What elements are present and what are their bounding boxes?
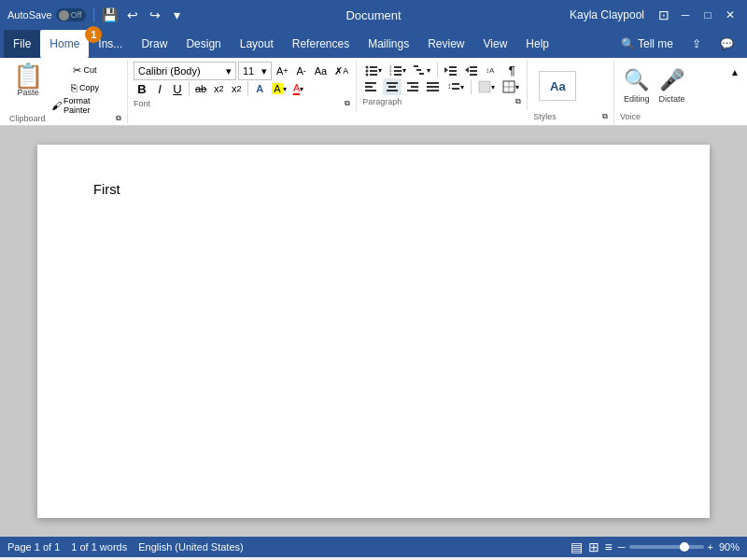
font-name-selector[interactable]: Calibri (Body) ▾ <box>134 62 236 80</box>
clear-formatting-button[interactable]: ✗A <box>331 63 351 79</box>
menu-file[interactable]: File <box>4 30 40 58</box>
zoom-thumb[interactable] <box>680 542 689 552</box>
comment-button[interactable]: 💬 <box>711 30 743 58</box>
align-center-button[interactable] <box>383 78 402 95</box>
menu-help[interactable]: Help <box>516 30 558 58</box>
menu-mailings[interactable]: Mailings <box>359 30 418 58</box>
undo-icon[interactable]: ↩ <box>124 7 141 23</box>
svg-rect-37 <box>452 83 459 85</box>
ribbon-display-icon[interactable]: ⊡ <box>655 7 672 23</box>
increase-indent-button[interactable] <box>462 62 481 78</box>
paste-icon: 📋 <box>13 63 43 88</box>
subscript-button[interactable]: x2 <box>210 80 227 97</box>
paragraph-group-label: Paragraph <box>362 97 402 106</box>
zoom-bar[interactable] <box>629 545 704 549</box>
copy-button[interactable]: ⎘ Copy <box>49 79 121 96</box>
highlight-chevron: ▾ <box>283 85 287 93</box>
decrease-indent-button[interactable] <box>442 62 460 78</box>
paragraph-expand-icon[interactable]: ⧉ <box>515 97 521 106</box>
collapse-ribbon-button[interactable]: ▲ <box>726 63 743 80</box>
menu-draw[interactable]: Draw <box>132 30 176 58</box>
align-right-button[interactable] <box>403 78 422 95</box>
format-painter-button[interactable]: 🖌 Format Painter <box>49 97 121 114</box>
font-color-button[interactable]: A ▾ <box>290 80 307 97</box>
minimize-button[interactable]: ─ <box>676 6 695 24</box>
menu-insert[interactable]: 1 Ins... <box>89 30 132 58</box>
print-layout-icon[interactable]: ▤ <box>571 539 583 554</box>
svg-rect-14 <box>419 73 424 75</box>
redo-icon[interactable]: ↪ <box>147 7 163 23</box>
svg-rect-5 <box>370 74 377 76</box>
text-effects-button[interactable]: A <box>251 80 268 97</box>
menu-references[interactable]: References <box>283 30 359 58</box>
menu-layout[interactable]: Layout <box>231 30 283 58</box>
svg-rect-26 <box>365 90 376 91</box>
styles-group: Aa Styles ⧉ <box>528 60 614 125</box>
styles-button[interactable]: Aa <box>533 62 582 110</box>
svg-text:3.: 3. <box>389 72 392 77</box>
dictate-button[interactable]: 🎤 Dictate <box>655 62 689 110</box>
paste-button[interactable]: 📋 Paste <box>9 62 47 114</box>
menu-review[interactable]: Review <box>418 30 473 58</box>
multilevel-button[interactable]: ▾ <box>411 62 433 78</box>
svg-rect-30 <box>407 82 418 84</box>
cut-icon: ✂ <box>73 64 81 77</box>
decrease-font-button[interactable]: A- <box>293 63 310 79</box>
font-size-selector[interactable]: 11 ▾ <box>238 62 272 80</box>
zoom-slider[interactable]: ─ + <box>618 541 713 553</box>
cut-button[interactable]: ✂ Cut <box>49 62 121 78</box>
svg-point-2 <box>366 70 369 73</box>
superscript-button[interactable]: x2 <box>228 80 245 97</box>
bullets-button[interactable]: ▾ <box>362 62 385 78</box>
save-icon[interactable]: 💾 <box>102 7 119 23</box>
copy-label: Copy <box>79 83 99 92</box>
autosave-toggle[interactable]: Off <box>56 8 86 21</box>
show-paragraph-marks-button[interactable]: ¶ <box>503 62 520 78</box>
paragraph-group: ▾ 1.2.3. ▾ ▾ ↕A ¶ <box>357 60 528 110</box>
font-expand-icon[interactable]: ⧉ <box>345 99 350 108</box>
autosave-area[interactable]: AutoSave Off <box>7 8 86 21</box>
web-layout-icon[interactable]: ⊞ <box>588 539 599 554</box>
shading-button[interactable]: ▾ <box>475 78 498 95</box>
menu-view[interactable]: View <box>474 30 517 58</box>
align-left-button[interactable] <box>362 78 381 95</box>
autosave-state: Off <box>71 10 82 20</box>
toggle-knob <box>59 10 69 21</box>
borders-chevron: ▾ <box>515 83 519 91</box>
change-case-button[interactable]: Aa <box>312 63 330 79</box>
editing-label: Editing <box>624 94 650 104</box>
svg-rect-17 <box>449 70 457 72</box>
sort-button[interactable]: ↕A <box>483 62 501 78</box>
bold-button[interactable]: B <box>134 80 150 97</box>
zoom-decrease-button[interactable]: ─ <box>618 541 626 553</box>
clipboard-expand-icon[interactable]: ⧉ <box>116 114 121 123</box>
font-size-value: 11 <box>243 65 254 77</box>
numbering-button[interactable]: 1.2.3. ▾ <box>387 62 409 78</box>
justify-button[interactable] <box>424 78 443 95</box>
menu-design[interactable]: Design <box>176 30 230 58</box>
zoom-increase-button[interactable]: + <box>708 541 713 553</box>
svg-point-4 <box>366 74 369 77</box>
font-color-chevron: ▾ <box>300 85 303 93</box>
menu-home[interactable]: Home <box>40 30 89 58</box>
increase-font-button[interactable]: A+ <box>274 63 291 79</box>
underline-button[interactable]: U <box>169 80 186 97</box>
borders-button[interactable]: ▾ <box>500 78 522 95</box>
read-layout-icon[interactable]: ≡ <box>605 539 613 554</box>
styles-expand-icon[interactable]: ⧉ <box>602 112 608 121</box>
editing-button[interactable]: 🔍 Editing <box>620 62 654 110</box>
line-spacing-button[interactable]: ↕ ▾ <box>444 78 467 95</box>
highlight-color-button[interactable]: A ▾ <box>269 80 289 97</box>
italic-button[interactable]: I <box>151 80 168 97</box>
maximize-button[interactable]: □ <box>698 6 717 24</box>
document-content[interactable]: First <box>93 182 120 197</box>
customize-icon[interactable]: ▾ <box>169 7 186 23</box>
svg-rect-13 <box>416 69 421 71</box>
strikethrough-button[interactable]: ab <box>192 80 209 97</box>
share-button[interactable]: ⇪ <box>683 30 711 58</box>
close-button[interactable]: ✕ <box>721 6 740 24</box>
document-page[interactable]: First <box>37 145 710 518</box>
search-button[interactable]: 🔍 Tell me <box>612 30 683 58</box>
voice-group-label: Voice <box>620 112 641 121</box>
svg-rect-29 <box>387 90 398 91</box>
